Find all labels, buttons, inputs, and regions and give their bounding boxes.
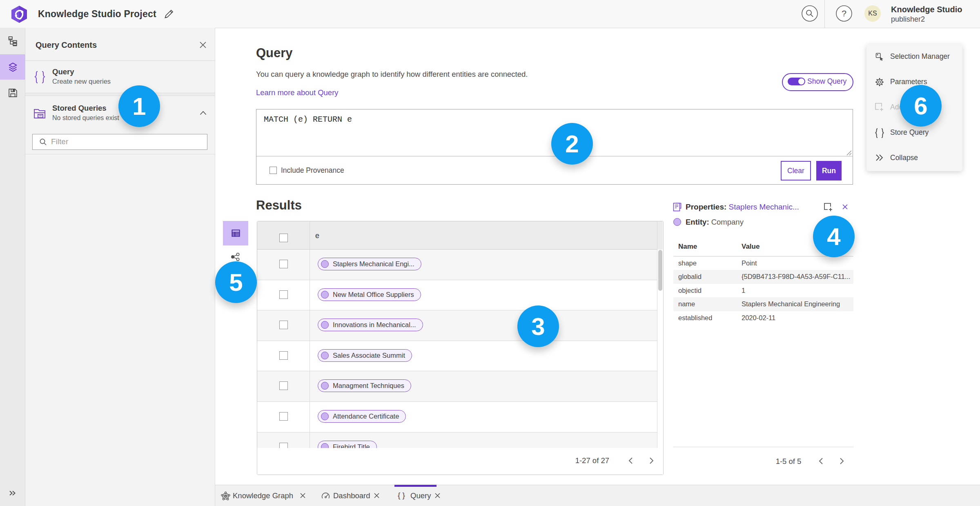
- svg-text:?: ?: [842, 9, 846, 18]
